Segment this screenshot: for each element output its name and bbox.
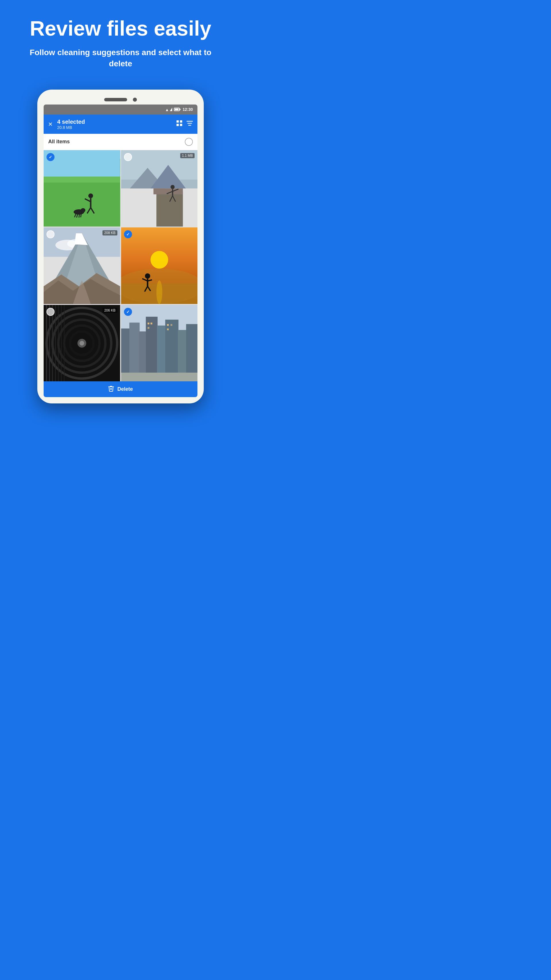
photo-cliff-bg <box>121 150 198 227</box>
delete-bar[interactable]: Delete <box>44 381 197 397</box>
photo-mountain-bg <box>44 228 120 304</box>
photo-item-4[interactable]: ✓ <box>121 228 198 304</box>
hero-subtitle: Follow cleaning suggestions and select w… <box>23 47 218 69</box>
svg-rect-1 <box>180 120 182 123</box>
svg-rect-80 <box>167 324 168 326</box>
photo-buildings-bg <box>121 305 198 382</box>
svg-line-20 <box>81 213 81 217</box>
sort-filter-icon[interactable] <box>187 120 193 128</box>
photo-checkbox-2[interactable] <box>124 153 132 161</box>
app-bar-actions <box>176 120 193 128</box>
hero-section: Review files easily Follow cleaning sugg… <box>0 0 241 81</box>
svg-rect-2 <box>176 124 179 126</box>
photo-item-6[interactable]: ✓ <box>121 305 198 382</box>
svg-point-16 <box>81 208 85 212</box>
svg-rect-82 <box>167 328 168 330</box>
phone-mockup: ▴ 12:30 × 4 selected 20.8 MB <box>37 89 204 404</box>
delete-button[interactable]: Delete <box>118 386 133 392</box>
status-icons: ▴ 12:30 <box>166 107 193 112</box>
delete-icon <box>108 385 114 393</box>
svg-rect-72 <box>146 317 157 382</box>
svg-rect-9 <box>44 177 120 183</box>
photo-tunnel-bg <box>44 305 120 382</box>
signal-icon <box>170 108 172 111</box>
app-bar: × 4 selected 20.8 MB <box>44 115 197 134</box>
phone-screen: ▴ 12:30 × 4 selected 20.8 MB <box>44 105 197 398</box>
svg-rect-25 <box>156 191 183 227</box>
svg-rect-77 <box>148 323 149 324</box>
wifi-icon: ▴ <box>166 107 168 112</box>
svg-rect-8 <box>44 177 120 227</box>
svg-rect-6 <box>188 125 191 126</box>
grid-view-icon[interactable] <box>176 120 183 128</box>
select-all-checkbox[interactable] <box>185 138 193 146</box>
svg-line-19 <box>79 214 79 217</box>
photo-checkbox-6[interactable]: ✓ <box>124 308 132 316</box>
svg-rect-0 <box>176 120 179 123</box>
photo-item-5[interactable]: 206 KB <box>44 305 120 382</box>
photo-green-field-bg <box>44 150 120 227</box>
photo-checkbox-4[interactable]: ✓ <box>124 230 132 238</box>
svg-rect-81 <box>170 324 172 326</box>
phone-camera <box>133 98 137 102</box>
file-size-badge-5: 206 KB <box>102 308 117 313</box>
battery-fill <box>175 108 178 110</box>
all-items-label: All items <box>48 139 70 145</box>
svg-rect-79 <box>148 327 149 328</box>
status-time: 12:30 <box>183 107 193 112</box>
svg-rect-3 <box>180 124 182 126</box>
check-mark-6: ✓ <box>126 310 130 314</box>
photo-checkbox-1[interactable]: ✓ <box>46 153 54 161</box>
svg-rect-78 <box>150 323 152 324</box>
photo-checkbox-3[interactable] <box>46 230 54 238</box>
photo-checkbox-5[interactable] <box>46 308 54 316</box>
svg-point-27 <box>170 185 175 189</box>
svg-rect-5 <box>187 123 192 124</box>
svg-rect-83 <box>121 372 198 381</box>
photo-sunset-bg <box>121 228 198 304</box>
svg-point-42 <box>150 251 168 269</box>
battery-icon <box>174 108 179 111</box>
svg-rect-4 <box>187 121 193 122</box>
status-bar: ▴ 12:30 <box>44 105 197 115</box>
check-mark-4: ✓ <box>126 232 130 237</box>
hero-title: Review files easily <box>23 17 218 40</box>
svg-point-10 <box>88 193 93 198</box>
close-button[interactable]: × <box>48 120 52 128</box>
svg-point-66 <box>79 341 84 345</box>
phone-outer: ▴ 12:30 × 4 selected 20.8 MB <box>37 89 204 404</box>
file-size-badge-3: 208 KB <box>102 230 117 235</box>
selection-info: 4 selected 20.8 MB <box>57 119 171 130</box>
photo-grid: ✓ <box>44 150 197 382</box>
photo-item-3[interactable]: 208 KB <box>44 228 120 304</box>
photo-item-1[interactable]: ✓ <box>44 150 120 227</box>
check-mark-1: ✓ <box>49 155 52 159</box>
photo-item-2[interactable]: 1.1 MB <box>121 150 198 227</box>
svg-point-45 <box>145 274 150 278</box>
all-items-bar: All items <box>44 134 197 150</box>
phone-speaker <box>104 98 127 101</box>
phone-notch <box>44 98 197 102</box>
file-size-badge-2: 1.1 MB <box>180 153 195 158</box>
selected-count: 4 selected <box>57 119 171 125</box>
selected-size: 20.8 MB <box>57 125 171 130</box>
svg-rect-7 <box>44 150 120 177</box>
svg-point-51 <box>156 280 162 304</box>
